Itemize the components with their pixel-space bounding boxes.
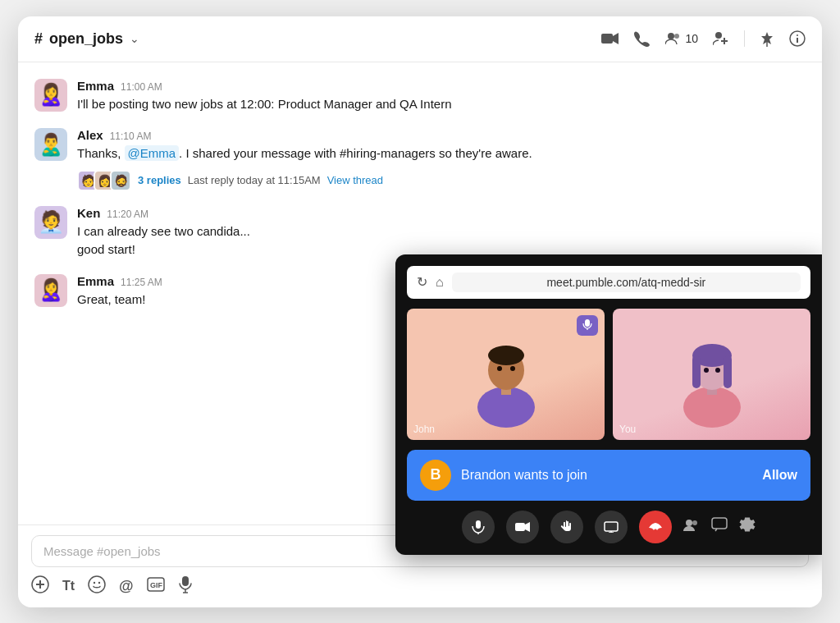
avatar: 🧑‍💼 [34,206,67,239]
svg-text:GIF: GIF [150,581,163,589]
sender-name: Ken [77,206,100,220]
message-content: Ken 11:20 AM I can already see two candi… [77,206,806,259]
svg-point-45 [692,520,697,525]
reply-meta: Last reply today at 11:15AM [188,174,321,186]
refresh-icon[interactable]: ↻ [417,274,427,290]
video-controls [407,511,810,543]
svg-point-15 [94,581,95,583]
svg-point-14 [89,576,105,593]
audio-badge [577,315,598,336]
svg-marker-40 [525,522,530,532]
allow-button[interactable]: Allow [762,468,797,483]
reply-count[interactable]: 3 replies [138,174,181,186]
avatar: 🙎‍♀️ [34,79,67,112]
input-toolbar: Tt @ GIF [31,575,809,598]
svg-point-44 [686,520,692,526]
sender-name: Emma [77,79,114,93]
message-content: Emma 11:00 AM I'll be posting two new jo… [77,79,806,114]
message-time: 11:10 AM [110,131,152,142]
emoji-icon[interactable] [88,575,106,598]
info-icon[interactable] [789,30,806,47]
svg-rect-46 [712,518,727,529]
svg-rect-37 [476,520,481,529]
svg-point-27 [510,366,515,371]
message-row: 🧑‍💼 Ken 11:20 AM I can already see two c… [34,206,806,259]
header-divider [744,30,745,47]
app-window: # open_jobs ⌄ 10 [18,16,822,607]
join-request-bar: B Brandon wants to join Allow [407,450,810,501]
chevron-down-icon[interactable]: ⌄ [130,32,139,45]
browser-bar: ↻ ⌂ meet.pumble.com/atq-medd-sir [407,266,810,299]
mention-icon[interactable]: @ [119,578,134,595]
svg-rect-34 [724,355,732,388]
gif-icon[interactable]: GIF [147,577,165,596]
channel-name: # [34,30,43,48]
header-actions: 10 [601,30,806,47]
end-call-button[interactable] [639,511,672,543]
message-text: I'll be posting two new jobs at 12:00: P… [77,95,806,114]
message-header: Emma 11:00 AM [77,79,806,93]
hand-raise-button[interactable] [550,511,583,543]
member-count-number: 10 [685,32,698,45]
message-header: Ken 11:20 AM [77,206,806,220]
ken-message-line2: good start! [77,242,135,256]
message-time: 11:00 AM [121,81,162,93]
screen-share-button[interactable] [595,511,628,543]
video-tile-you: You [613,309,810,440]
svg-point-36 [715,368,720,373]
camera-button[interactable] [506,511,539,543]
message-text: I can already see two candida... good st… [77,222,806,259]
svg-rect-39 [515,523,525,531]
svg-point-2 [668,33,674,39]
channel-header: # open_jobs ⌄ 10 [18,16,822,62]
svg-rect-19 [182,576,189,586]
svg-point-25 [488,346,524,365]
mention-tag[interactable]: @Emma [125,145,180,161]
participant-label-you: You [619,424,636,435]
text-after-mention: . I shared your message with #hiring-man… [179,146,532,160]
svg-rect-0 [601,34,613,44]
message-row: 🙎‍♂️ Alex 11:10 AM Thanks, @Emma. I shar… [34,128,806,191]
channel-name-text[interactable]: open_jobs [49,30,123,48]
video-overlay: ↻ ⌂ meet.pumble.com/atq-medd-sir [395,254,822,555]
member-count-group[interactable]: 10 [665,32,698,45]
phone-call-icon[interactable] [634,30,651,47]
svg-point-10 [797,34,798,36]
svg-point-35 [704,368,709,373]
message-text: Thanks, @Emma. I shared your message wit… [77,144,806,163]
add-member-icon[interactable] [713,31,729,46]
home-icon[interactable]: ⌂ [436,275,444,290]
ken-message-line1: I can already see two candida... [77,224,250,238]
participant-label-john: John [413,424,435,435]
add-icon[interactable] [31,575,49,598]
message-content: Alex 11:10 AM Thanks, @Emma. I shared yo… [77,128,806,191]
audio-icon[interactable] [178,575,193,598]
mic-button[interactable] [462,511,495,543]
thread-replies: 🧑 👩 🧔 3 replies Last reply today at 11:1… [77,170,806,191]
text-before-mention: Thanks, [77,146,125,160]
format-text-icon[interactable]: Tt [62,579,75,593]
pin-icon[interactable] [760,30,774,47]
sender-name: Emma [77,274,114,288]
message-time: 11:20 AM [107,208,148,220]
video-grid: John [407,309,810,440]
channel-title-group: # open_jobs ⌄ [34,30,139,48]
settings-icon[interactable] [739,516,756,537]
svg-point-16 [98,581,100,583]
avatar: 🙎‍♂️ [34,128,67,161]
svg-point-3 [674,34,679,39]
svg-rect-41 [605,522,618,531]
video-call-icon[interactable] [601,32,619,45]
participants-icon[interactable] [683,517,700,536]
view-thread-link[interactable]: View thread [327,174,383,186]
svg-point-4 [715,32,722,39]
chat-icon[interactable] [711,517,728,536]
svg-point-26 [497,366,502,371]
join-request-avatar: B [420,460,451,491]
message-time: 11:25 AM [121,277,162,288]
message-row: 🙎‍♀️ Emma 11:00 AM I'll be posting two n… [34,79,806,114]
join-request-text: Brandon wants to join [461,468,752,483]
browser-url[interactable]: meet.pumble.com/atq-medd-sir [452,273,801,292]
video-tile-john: John [407,309,605,440]
sender-name: Alex [77,128,103,142]
